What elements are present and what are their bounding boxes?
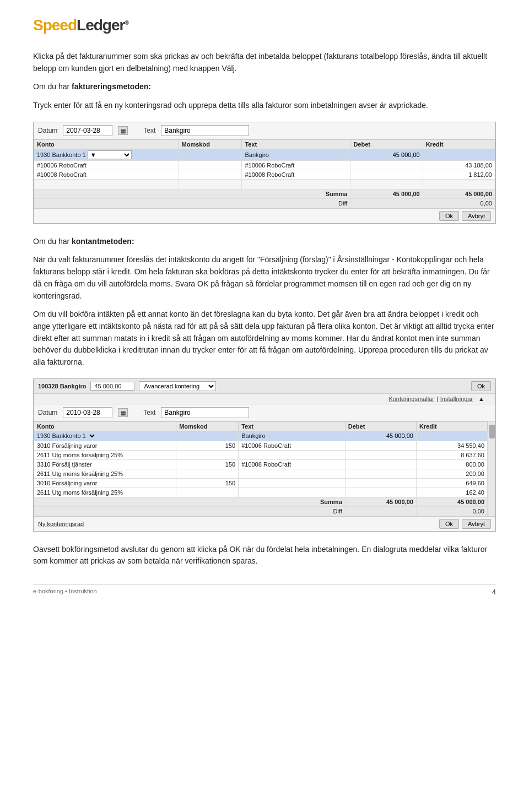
diff-row-2: Diff 0,00	[34, 506, 488, 516]
th-momskod-1: Momskod	[179, 139, 242, 149]
momskod-cell: 150	[176, 478, 239, 488]
momskod-cell	[179, 160, 242, 170]
diff-label-2: Diff	[34, 506, 346, 516]
ui-box-1: Datum ▦ Text Konto Momskod Text Debet Kr…	[33, 122, 496, 224]
table-row[interactable]: 2611 Utg moms försäljning 25% 200,00	[34, 469, 488, 478]
fakturering-prefix: Om du har	[33, 82, 72, 91]
kontant-bold: kontantmetoden:	[72, 237, 134, 246]
logo-speed: Speed	[33, 17, 77, 34]
momskod-cell	[176, 431, 239, 441]
konto-dropdown[interactable]: ▼	[88, 150, 132, 159]
debet-cell	[345, 478, 416, 488]
debet-cell	[345, 450, 416, 459]
scroll-up-icon[interactable]: ▲	[478, 396, 484, 402]
text-cell: #10006 RoboCraft	[239, 441, 346, 450]
cancel-button-2[interactable]: Avbryt	[462, 519, 491, 529]
kontant-detail-2: Om du vill bokföra intäkten på ett annat…	[33, 308, 496, 368]
logo-tm: ®	[125, 20, 128, 26]
fakturering-detail: Tryck enter för att få en ny konteringsr…	[33, 100, 496, 112]
diff-empty-2	[345, 506, 416, 516]
text-cell: Bankgiro	[239, 431, 346, 441]
diff-kredit-1: 0,00	[423, 198, 495, 208]
logo-text: SpeedLedger®	[33, 17, 128, 34]
installningar-btn[interactable]: Inställningar	[440, 396, 473, 402]
topbar-select[interactable]: Avancerad kontering	[139, 381, 216, 391]
konto-cell: 1930 Bankkonto 1 ▼	[34, 431, 176, 441]
sum-label-2: Summa	[34, 497, 346, 506]
sum-label-1: Summa	[34, 189, 350, 198]
ui-header-2: Datum ▦ Text	[34, 404, 495, 421]
table-row[interactable]: #10006 RoboCraft #10006 RoboCraft 43 188…	[34, 160, 495, 170]
table-container-2: Konto Momskod Text Debet Kredit 1930 Ban…	[34, 421, 488, 516]
momskod-cell	[179, 170, 242, 179]
th-momskod-2: Momskod	[176, 421, 239, 431]
cancel-button-1[interactable]: Avbryt	[462, 211, 491, 221]
sum-row-2: Summa 45 000,00 45 000,00	[34, 497, 488, 506]
konto-cell: 1930 Bankkonto 1 ▼	[34, 149, 179, 160]
table-row[interactable]: 3310 Försälj tjänster 150 #10008 RoboCra…	[34, 459, 488, 469]
text-input-1[interactable]	[161, 125, 249, 136]
ny-konteringsrad-link[interactable]: Ny konteringsrad	[38, 521, 84, 527]
calendar-icon-2[interactable]: ▦	[118, 408, 128, 417]
momskod-cell	[179, 149, 242, 160]
debet-cell: 45 000,00	[350, 149, 423, 160]
debet-cell	[345, 488, 416, 497]
konto-cell: 3310 Försälj tjänster	[34, 459, 176, 469]
table-row[interactable]: 3010 Försäljning varor 150 #10006 RoboCr…	[34, 441, 488, 450]
th-text-2: Text	[239, 421, 346, 431]
text-cell	[239, 450, 346, 459]
konto-cell: 2611 Utg moms försäljning 25%	[34, 488, 176, 497]
ok-button-2[interactable]: Ok	[439, 519, 459, 529]
kredit-cell	[416, 431, 487, 441]
diff-label-1: Diff	[34, 198, 350, 208]
konto-dropdown-2[interactable]: ▼	[88, 432, 96, 440]
topbar-amount: 45 000,00	[90, 382, 134, 391]
momskod-cell: 150	[176, 459, 239, 469]
konteringsmallar-btn[interactable]: Konteringsmallar	[388, 396, 434, 402]
kredit-cell: 8 637,60	[416, 450, 487, 459]
ui-header-1: Datum ▦ Text	[34, 122, 495, 139]
logo: SpeedLedger®	[33, 17, 496, 34]
table-row-empty	[34, 179, 495, 189]
ui-box-2: 100328 Bankgiro 45 000,00 Avancerad kont…	[33, 378, 496, 532]
topbar-right: Ok	[471, 381, 491, 391]
debet-cell	[350, 170, 423, 179]
table-row[interactable]: 2611 Utg moms försäljning 25% 162,40	[34, 488, 488, 497]
scroll-thumb[interactable]	[489, 425, 495, 439]
text-label-1: Text	[143, 127, 155, 134]
topbar-id: 100328 Bankgiro	[38, 383, 86, 389]
table-row[interactable]: 3010 Försäljning varor 150 649,60	[34, 478, 488, 488]
scrollbar[interactable]	[488, 421, 495, 516]
kredit-cell: 43 188,00	[423, 160, 495, 170]
debet-cell	[350, 160, 423, 170]
datum-input-2[interactable]	[63, 407, 112, 418]
text-label-2: Text	[143, 409, 155, 416]
table-row[interactable]: 2611 Utg moms försäljning 25% 8 637,60	[34, 450, 488, 459]
kontant-prefix: Om du har	[33, 237, 72, 246]
text-cell: Bankgiro	[242, 149, 350, 160]
momskod-cell	[176, 488, 239, 497]
datum-input-1[interactable]	[63, 125, 112, 136]
ui-topbar: 100328 Bankgiro 45 000,00 Avancerad kont…	[34, 379, 495, 394]
th-konto-1: Konto	[34, 139, 179, 149]
text-input-2[interactable]	[161, 407, 249, 418]
th-kredit-2: Kredit	[416, 421, 487, 431]
kredit-cell: 649,60	[416, 478, 487, 488]
table-row[interactable]: #10008 RoboCraft #10008 RoboCraft 1 812,…	[34, 170, 495, 179]
datum-label-2: Datum	[38, 409, 57, 416]
ui-footer-2-wrapper: Ny konteringsrad Ok Avbryt	[34, 516, 495, 531]
text-cell	[239, 488, 346, 497]
ok-button-top[interactable]: Ok	[471, 381, 491, 391]
th-kredit-1: Kredit	[423, 139, 495, 149]
table-row[interactable]: 1930 Bankkonto 1 ▼ Bankgiro 45 000,00	[34, 149, 495, 160]
th-konto-2: Konto	[34, 421, 176, 431]
sum-kredit-1: 45 000,00	[423, 189, 495, 198]
calendar-icon-1[interactable]: ▦	[118, 126, 128, 135]
ok-button-1[interactable]: Ok	[439, 211, 459, 221]
fakturering-bold: faktureringsmetoden:	[72, 82, 151, 91]
sub-topbar: Konteringsmallar | Inställningar ▲	[34, 394, 495, 404]
sum-kredit-2: 45 000,00	[416, 497, 487, 506]
diff-value-2: 0,00	[416, 506, 487, 516]
table-row[interactable]: 1930 Bankkonto 1 ▼ Bankgiro 45 000,00	[34, 431, 488, 441]
logo-ledger: Ledger	[77, 17, 125, 34]
